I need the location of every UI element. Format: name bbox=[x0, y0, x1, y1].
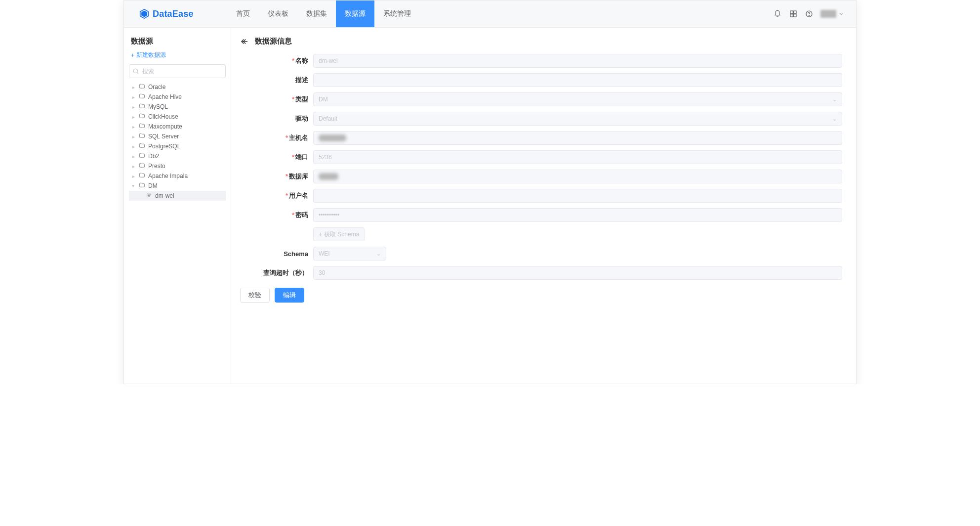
tree-datasource-item[interactable]: dm-wei bbox=[129, 191, 226, 201]
datasource-form: *名称 dm-wei 描述 *类型 DM⌄ 驱动 Default⌄ *主机名 bbox=[240, 54, 842, 303]
nav-dataset[interactable]: 数据集 bbox=[297, 0, 336, 27]
label-username: 用户名 bbox=[289, 192, 308, 199]
caret-icon: ▸ bbox=[131, 85, 136, 90]
database-redacted bbox=[319, 173, 338, 180]
svg-rect-3 bbox=[794, 11, 796, 13]
get-schema-button: + 获取 Schema bbox=[313, 227, 365, 241]
tree-folder[interactable]: ▸Maxcompute bbox=[129, 122, 226, 132]
folder-icon bbox=[139, 83, 145, 91]
topbar-right bbox=[773, 9, 856, 18]
port-field: 5236 bbox=[313, 150, 842, 164]
label-name: 名称 bbox=[295, 57, 308, 64]
tree-folder[interactable]: ▸PostgreSQL bbox=[129, 141, 226, 151]
name-field: dm-wei bbox=[313, 54, 842, 68]
caret-icon: ▸ bbox=[131, 114, 136, 120]
folder-icon bbox=[139, 142, 145, 150]
edit-button[interactable]: 编辑 bbox=[275, 288, 304, 303]
username-field bbox=[313, 189, 842, 203]
chevron-down-icon: ⌄ bbox=[832, 96, 837, 103]
tree-folder-label: Apache Impala bbox=[148, 173, 188, 179]
tree-folder[interactable]: ▸Oracle bbox=[129, 82, 226, 92]
plus-icon: + bbox=[131, 52, 134, 59]
tree-folder-label: DM bbox=[148, 182, 158, 189]
label-schema: Schema bbox=[284, 250, 308, 258]
timeout-field: 30 bbox=[313, 266, 842, 280]
tree-folder[interactable]: ▸Apache Hive bbox=[129, 92, 226, 102]
tree-folder[interactable]: ▸Presto bbox=[129, 161, 226, 171]
user-menu[interactable] bbox=[820, 10, 844, 18]
caret-icon: ▸ bbox=[131, 104, 136, 110]
tree-folder[interactable]: ▸SQL Server bbox=[129, 132, 226, 141]
host-field bbox=[313, 131, 842, 145]
tree-folder-label: Presto bbox=[148, 163, 165, 170]
svg-rect-2 bbox=[790, 11, 793, 13]
sidebar: 数据源 + 新建数据源 ▸Oracle▸Apache Hive▸MySQL▸Cl… bbox=[124, 28, 231, 384]
desc-field bbox=[313, 73, 842, 87]
tree-folder-label: Maxcompute bbox=[148, 123, 182, 130]
tree-folder[interactable]: ▸Apache Impala bbox=[129, 171, 226, 181]
caret-icon: ▸ bbox=[131, 183, 136, 188]
svg-rect-4 bbox=[790, 14, 793, 17]
tree-folder-label: MySQL bbox=[148, 103, 168, 110]
search-wrap bbox=[129, 64, 226, 78]
nav-datasource[interactable]: 数据源 bbox=[336, 0, 374, 27]
chevron-down-icon: ⌄ bbox=[376, 251, 381, 257]
back-arrow-icon[interactable] bbox=[240, 37, 249, 46]
tree-folder[interactable]: ▸MySQL bbox=[129, 102, 226, 112]
svg-rect-5 bbox=[794, 14, 796, 17]
validate-button[interactable]: 校验 bbox=[240, 288, 270, 303]
page-title: 数据源信息 bbox=[255, 37, 292, 46]
plus-icon: + bbox=[319, 231, 322, 238]
label-port: 端口 bbox=[295, 153, 308, 161]
type-select: DM⌄ bbox=[313, 92, 842, 106]
page-header: 数据源信息 bbox=[240, 37, 842, 46]
user-name-redacted bbox=[820, 10, 836, 18]
nav-system[interactable]: 系统管理 bbox=[374, 0, 420, 27]
tree-folder[interactable]: ▸Db2 bbox=[129, 151, 226, 161]
label-database: 数据库 bbox=[289, 173, 308, 180]
search-input[interactable] bbox=[129, 64, 226, 78]
label-timeout: 查询超时（秒） bbox=[263, 269, 308, 276]
brand-logo: DataEase bbox=[124, 8, 203, 19]
folder-icon bbox=[139, 182, 145, 190]
caret-icon: ▸ bbox=[131, 164, 136, 169]
nav-dashboard[interactable]: 仪表板 bbox=[259, 0, 297, 27]
new-datasource-label: 新建数据源 bbox=[136, 51, 166, 59]
brand-name: DataEase bbox=[153, 9, 194, 19]
label-type: 类型 bbox=[295, 95, 308, 103]
chevron-down-icon bbox=[838, 11, 844, 17]
folder-icon bbox=[139, 123, 145, 131]
label-desc: 描述 bbox=[295, 76, 308, 84]
help-icon[interactable] bbox=[805, 9, 814, 18]
tree-folder-label: SQL Server bbox=[148, 133, 179, 140]
sidebar-title: 数据源 bbox=[129, 35, 226, 50]
svg-marker-1 bbox=[142, 11, 147, 17]
nav-home[interactable]: 首页 bbox=[227, 0, 259, 27]
driver-select: Default⌄ bbox=[313, 112, 842, 126]
bell-icon[interactable] bbox=[773, 9, 782, 18]
caret-icon: ▸ bbox=[131, 154, 136, 159]
grid-icon[interactable] bbox=[789, 9, 798, 18]
svg-line-14 bbox=[149, 195, 150, 196]
svg-point-7 bbox=[809, 15, 809, 16]
tree-folder[interactable]: ▸DM bbox=[129, 181, 226, 191]
tree-folder-label: Oracle bbox=[148, 84, 165, 90]
datasource-tree: ▸Oracle▸Apache Hive▸MySQL▸ClickHouse▸Max… bbox=[129, 82, 226, 201]
caret-icon: ▸ bbox=[131, 174, 136, 179]
svg-line-13 bbox=[148, 195, 149, 196]
svg-point-8 bbox=[133, 69, 137, 73]
tree-folder-label: PostgreSQL bbox=[148, 143, 180, 150]
folder-icon bbox=[139, 152, 145, 160]
label-password: 密码 bbox=[295, 211, 308, 219]
label-host: 主机名 bbox=[289, 134, 308, 141]
password-field: •••••••••• bbox=[313, 208, 842, 222]
database-field bbox=[313, 170, 842, 183]
new-datasource-button[interactable]: + 新建数据源 bbox=[129, 50, 226, 64]
datasource-icon bbox=[146, 192, 152, 200]
svg-line-9 bbox=[137, 73, 139, 74]
folder-icon bbox=[139, 113, 145, 121]
search-icon bbox=[132, 68, 139, 75]
tree-folder[interactable]: ▸ClickHouse bbox=[129, 112, 226, 122]
svg-point-12 bbox=[148, 195, 150, 197]
tree-folder-label: ClickHouse bbox=[148, 113, 178, 120]
